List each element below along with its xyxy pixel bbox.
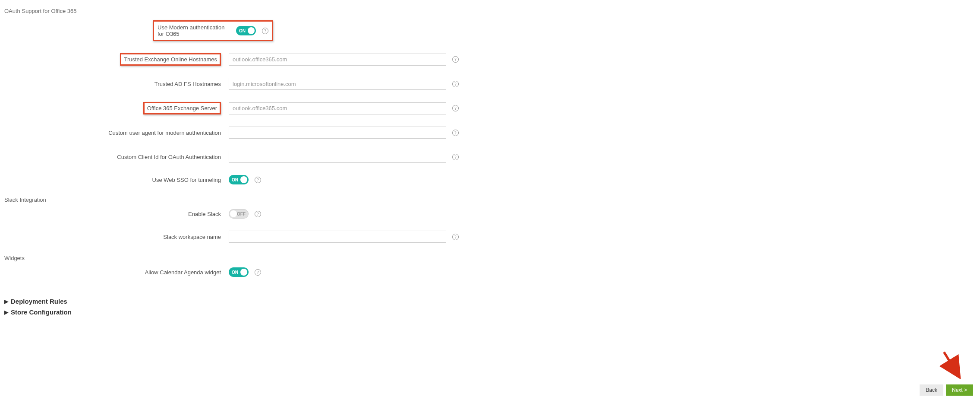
label-modern-auth: Use Modern authentication for O365 [158, 24, 228, 37]
expander-store-configuration[interactable]: ▶ Store Configuration [4, 308, 976, 316]
help-icon[interactable]: ? [255, 211, 261, 217]
label-custom-client: Custom Client Id for OAuth Authenticatio… [4, 154, 229, 160]
label-enable-slack: Enable Slack [4, 211, 229, 217]
input-slack-ws[interactable] [229, 231, 446, 243]
section-slack-label: Slack Integration [4, 197, 976, 203]
back-button[interactable]: Back [920, 384, 943, 396]
input-trusted-exchange[interactable] [229, 54, 446, 66]
label-o365-server-col: Office 365 Exchange Server [4, 102, 229, 114]
label-slack-ws: Slack workspace name [4, 234, 229, 240]
input-o365-server[interactable] [229, 102, 446, 114]
help-icon[interactable]: ? [255, 269, 261, 276]
input-custom-client[interactable] [229, 151, 446, 163]
label-calendar-widget: Allow Calendar Agenda widget [4, 269, 229, 276]
help-icon[interactable]: ? [262, 28, 268, 34]
toggle-web-sso[interactable]: ON [229, 175, 249, 184]
help-icon[interactable]: ? [452, 234, 459, 240]
label-trusted-adfs: Trusted AD FS Hostnames [4, 81, 229, 87]
expander-deployment-rules[interactable]: ▶ Deployment Rules [4, 298, 976, 305]
caret-right-icon: ▶ [4, 309, 8, 315]
label-custom-ua: Custom user agent for modern authenticat… [4, 130, 229, 136]
input-custom-ua[interactable] [229, 127, 446, 139]
next-button[interactable]: Next > [946, 384, 973, 396]
help-icon[interactable]: ? [452, 56, 459, 63]
label-trusted-exchange-col: Trusted Exchange Online Hostnames [4, 53, 229, 66]
help-icon[interactable]: ? [452, 154, 459, 160]
footer-buttons: Back Next > [920, 384, 973, 396]
help-icon[interactable]: ? [255, 177, 261, 183]
section-widgets-label: Widgets [4, 255, 976, 261]
svg-line-0 [944, 352, 956, 372]
help-icon[interactable]: ? [452, 105, 459, 111]
highlight-trusted-exchange: Trusted Exchange Online Hostnames [120, 53, 221, 66]
annotation-arrow-icon [939, 349, 964, 379]
input-trusted-adfs[interactable] [229, 78, 446, 90]
caret-right-icon: ▶ [4, 298, 8, 305]
help-icon[interactable]: ? [452, 81, 459, 87]
toggle-modern-auth[interactable]: ON [236, 26, 256, 35]
highlight-o365-server: Office 365 Exchange Server [143, 102, 221, 114]
help-icon[interactable]: ? [452, 130, 459, 136]
toggle-enable-slack[interactable]: OFF [229, 209, 249, 219]
toggle-calendar-widget[interactable]: ON [229, 267, 249, 277]
section-oauth-label: OAuth Support for Office 365 [4, 8, 976, 14]
highlight-modern-auth: Use Modern authentication for O365 ON ? [153, 20, 273, 41]
label-web-sso: Use Web SSO for tunneling [4, 177, 229, 183]
